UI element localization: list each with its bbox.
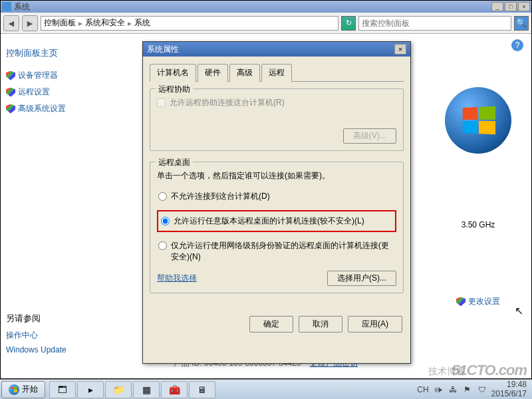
sidebar-item-advanced-settings[interactable]: 高级系统设置 — [6, 100, 128, 117]
start-button[interactable]: 开始 — [1, 381, 45, 398]
cpu-speed: 3.50 GHz — [425, 220, 531, 229]
tabs: 计算机名 硬件 高级 远程 — [150, 63, 404, 82]
right-panel: 3.50 GHz 更改设置 — [425, 34, 531, 378]
taskbar-app-powershell[interactable]: ▸ — [77, 381, 104, 398]
group-legend: 远程协助 — [156, 84, 193, 95]
windows-logo — [445, 87, 511, 154]
sidebar-heading: 控制面板主页 — [6, 47, 128, 59]
related-links: 另请参阅 操作中心 Windows Update — [6, 313, 66, 358]
shield-icon — [6, 71, 15, 80]
system-tray: CH 🕪 🖧 ⚑ 🛡 19:48 2015/6/17 — [417, 380, 531, 398]
taskbar-app-system[interactable]: 🖥 — [189, 381, 215, 398]
breadcrumb-item[interactable]: 系统和安全 — [85, 17, 125, 29]
breadcrumb-item[interactable]: 系统 — [134, 17, 150, 29]
address-toolbar: ◄ ► 控制面板 ▸ 系统和安全 ▸ 系统 ↻ 🔍 — [1, 13, 531, 34]
back-button[interactable]: ◄ — [3, 15, 19, 31]
refresh-button[interactable]: ↻ — [341, 16, 356, 31]
related-heading: 另请参阅 — [6, 313, 66, 325]
sidebar-item-label: 设备管理器 — [18, 70, 58, 81]
dialog-body: 计算机名 硬件 高级 远程 远程协助 允许远程协助连接这台计算机(R) 高级(V… — [143, 57, 410, 311]
tray-shield-icon[interactable]: 🛡 — [477, 384, 487, 395]
breadcrumb-item[interactable]: 控制面板 — [44, 17, 76, 29]
radio-allow-any-version[interactable]: 允许运行任意版本远程桌面的计算机连接(较不安全)(L) — [157, 210, 396, 232]
taskbar-app-explorer[interactable]: 📁 — [105, 381, 132, 398]
breadcrumb[interactable]: 控制面板 ▸ 系统和安全 ▸ 系统 — [41, 16, 338, 31]
dialog-close-button[interactable]: × — [394, 44, 406, 55]
maximize-button[interactable]: □ — [505, 2, 517, 11]
taskbar-app-notepad[interactable]: ▦ — [133, 381, 160, 398]
help-icon[interactable]: ? — [511, 39, 523, 51]
window-controls: _ □ × — [491, 2, 530, 11]
minimize-button[interactable]: _ — [491, 2, 503, 11]
help-me-choose-link[interactable]: 帮助我选择 — [157, 273, 197, 284]
sidebar: 控制面板主页 设备管理器 远程设置 高级系统设置 另请参阅 操作中心 Windo… — [1, 34, 134, 378]
dialog-buttons: 确定 取消 应用(A) — [143, 311, 410, 338]
language-indicator[interactable]: CH — [417, 385, 428, 394]
remote-assistance-group: 远程协助 允许远程协助连接这台计算机(R) 高级(V)... — [150, 88, 404, 151]
dialog-title: 系统属性 — [147, 44, 394, 55]
change-settings-link[interactable]: 更改设置 — [425, 296, 531, 307]
taskbar-app-server-manager[interactable]: 🗔 — [49, 381, 76, 398]
tab-computer-name[interactable]: 计算机名 — [150, 64, 196, 82]
shield-icon — [6, 104, 15, 114]
watermark-blog: 技术博客 — [428, 366, 466, 378]
ok-button[interactable]: 确定 — [249, 316, 293, 332]
chevron-right-icon: ▸ — [128, 19, 132, 28]
clock[interactable]: 19:48 2015/6/17 — [491, 380, 527, 398]
remote-assist-advanced-button: 高级(V)... — [343, 128, 396, 144]
related-link-action-center[interactable]: 操作中心 — [6, 330, 66, 341]
chevron-right-icon: ▸ — [78, 19, 82, 28]
tab-remote[interactable]: 远程 — [261, 64, 292, 82]
tray-sound-icon[interactable]: 🕪 — [433, 384, 444, 395]
forward-button[interactable]: ► — [22, 15, 38, 31]
taskbar-app-toolbox[interactable]: 🧰 — [161, 381, 188, 398]
group-legend: 远程桌面 — [156, 157, 193, 168]
instruction-text: 单击一个选项，然后指定谁可以连接(如果需要)。 — [157, 170, 396, 182]
taskbar: 开始 🗔 ▸ 📁 ▦ 🧰 🖥 CH 🕪 🖧 ⚑ 🛡 19:48 2015/6/1… — [0, 379, 532, 399]
apply-button[interactable]: 应用(A) — [348, 316, 402, 332]
allow-remote-assistance-checkbox[interactable]: 允许远程协助连接这台计算机(R) — [157, 97, 396, 108]
shield-icon — [6, 88, 15, 97]
sidebar-item-remote-settings[interactable]: 远程设置 — [6, 84, 128, 100]
close-button[interactable]: × — [518, 2, 530, 11]
remote-desktop-group: 远程桌面 单击一个选项，然后指定谁可以连接(如果需要)。 不允许连接到这台计算机… — [150, 162, 404, 293]
sidebar-item-device-manager[interactable]: 设备管理器 — [6, 67, 128, 84]
title-bar: 系统 _ □ × — [1, 1, 531, 13]
search-icon[interactable]: 🔍 — [514, 16, 529, 31]
window-icon — [2, 2, 11, 11]
checkbox-input — [157, 98, 166, 107]
radio-input[interactable] — [161, 217, 170, 225]
start-orb-icon — [9, 384, 19, 395]
radio-input[interactable] — [158, 192, 167, 201]
sidebar-item-label: 远程设置 — [18, 86, 50, 98]
radio-allow-nla-only[interactable]: 仅允许运行使用网络级别身份验证的远程桌面的计算机连接(更安全)(N) — [157, 239, 396, 264]
related-link-windows-update[interactable]: Windows Update — [6, 345, 66, 354]
system-properties-dialog: 系统属性 × 计算机名 硬件 高级 远程 远程协助 允许远程协助连接这台计算机(… — [142, 41, 411, 364]
sidebar-item-label: 高级系统设置 — [18, 103, 66, 114]
shield-icon — [456, 297, 466, 307]
cancel-button[interactable]: 取消 — [299, 316, 342, 332]
flag-icon — [463, 106, 495, 134]
window-title: 系统 — [14, 1, 491, 13]
tray-flag-icon[interactable]: ⚑ — [462, 384, 473, 395]
dialog-title-bar: 系统属性 × — [143, 42, 410, 57]
tab-hardware[interactable]: 硬件 — [198, 64, 228, 82]
radio-dont-allow[interactable]: 不允许连接到这台计算机(D) — [157, 190, 396, 203]
tab-advanced[interactable]: 高级 — [229, 64, 260, 82]
search-input[interactable] — [358, 16, 511, 31]
select-users-button[interactable]: 选择用户(S)... — [327, 271, 396, 286]
tray-network-icon[interactable]: 🖧 — [448, 384, 458, 395]
quick-launch: 🗔 ▸ 📁 ▦ 🧰 🖥 — [49, 381, 215, 398]
radio-input[interactable] — [158, 241, 167, 250]
